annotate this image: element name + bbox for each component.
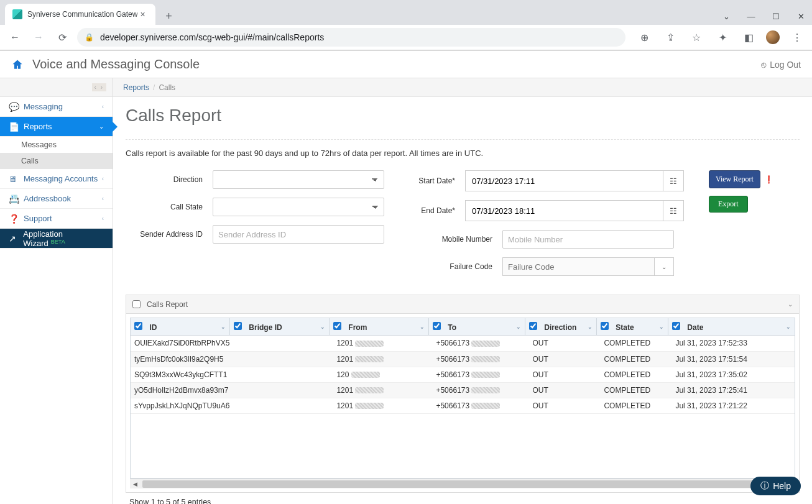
cell: +5066173 — [432, 398, 528, 413]
browser-tab[interactable]: Syniverse Communication Gatew × — [5, 4, 155, 25]
sort-icon[interactable]: ⌄ — [320, 324, 325, 330]
sidebar-item-reports[interactable]: 📄 Reports ⌄ — [0, 117, 113, 137]
browser-chrome: Syniverse Communication Gatew × + ⌄ — ☐ … — [0, 0, 812, 50]
chat-icon: 💬 — [9, 102, 20, 112]
scroll-thumb[interactable] — [142, 480, 783, 488]
col-state[interactable]: State⌄ — [597, 318, 668, 336]
book-icon: 📇 — [9, 194, 20, 204]
sidebar-item-messaging[interactable]: 💬 Messaging ‹ — [0, 97, 113, 117]
start-date-picker-icon[interactable]: ☷ — [663, 170, 684, 191]
col-checkbox[interactable] — [134, 322, 142, 330]
export-button[interactable]: Export — [709, 196, 748, 213]
help-icon: ❓ — [9, 214, 20, 224]
col-checkbox[interactable] — [672, 322, 680, 330]
table-viewport[interactable]: OUlEXakd7SiD0RtbRPhVX51201 +5066173 OUTC… — [130, 336, 795, 479]
sidebar-item-messaging-accounts[interactable]: 🖥 Messaging Accounts ‹ — [0, 169, 113, 189]
col-checkbox[interactable] — [433, 322, 441, 330]
cell: Jul 31, 2023 17:51:54 — [671, 351, 795, 367]
table-row[interactable]: OUlEXakd7SiD0RtbRPhVX51201 +5066173 OUTC… — [131, 336, 795, 351]
sidebar-item-label: Application WizardBETA — [23, 229, 104, 248]
close-window-icon[interactable]: ✕ — [792, 7, 810, 25]
col-direction[interactable]: Direction⌄ — [525, 318, 597, 336]
sort-icon[interactable]: ⌄ — [420, 324, 425, 330]
call-state-select[interactable] — [213, 198, 384, 216]
sort-icon[interactable]: ⌄ — [786, 324, 791, 330]
mobile-input[interactable] — [502, 230, 674, 249]
logout-icon: ⎋ — [761, 60, 766, 70]
sidebar-item-application-wizard[interactable]: ↗ Application WizardBETA — [0, 229, 113, 249]
cell: 120 — [333, 367, 432, 382]
col-id[interactable]: ID⌄ — [131, 318, 230, 336]
maximize-icon[interactable]: ☐ — [767, 7, 785, 25]
failure-code-select[interactable] — [502, 257, 654, 276]
direction-select[interactable] — [213, 170, 384, 189]
sort-icon[interactable]: ⌄ — [588, 324, 593, 330]
filters: Direction Call State Sender Address ID — [126, 170, 800, 276]
panel-checkbox[interactable] — [132, 300, 141, 308]
chevron-icon: ‹ — [102, 195, 104, 202]
reload-button[interactable]: ⟳ — [53, 29, 71, 46]
cell: sYvppJskLhXJqNQpTU9uA6 — [131, 398, 233, 413]
forward-button[interactable]: → — [30, 29, 47, 46]
kebab-menu-icon[interactable]: ⋮ — [788, 29, 806, 46]
col-checkbox[interactable] — [601, 322, 609, 330]
sidebar-history-arrows[interactable]: ‹ › — [92, 83, 106, 91]
cell: Jul 31, 2023 17:35:02 — [671, 367, 795, 382]
new-tab-button[interactable]: + — [160, 7, 178, 25]
end-date-picker-icon[interactable]: ☷ — [663, 200, 684, 221]
sender-id-input[interactable] — [213, 225, 384, 244]
sidebar-subitem-calls[interactable]: Calls — [0, 153, 113, 169]
table-row[interactable]: yO5dHoIlzH2dBmvx8a93m71201 +5066173 OUTC… — [131, 382, 795, 398]
cell: 1201 — [333, 351, 432, 367]
chevron-down-icon[interactable]: ⌄ — [717, 7, 735, 25]
sidepanel-icon[interactable]: ◧ — [740, 29, 757, 46]
end-date-input[interactable] — [465, 200, 663, 221]
col-checkbox[interactable] — [234, 322, 242, 330]
scroll-left-icon[interactable]: ◀ — [130, 479, 140, 489]
address-bar[interactable]: 🔒 developer.syniverse.com/scg-web-gui/#/… — [77, 28, 625, 47]
sidebar-item-addressbook[interactable]: 📇 Addressbook ‹ — [0, 189, 113, 209]
redacted — [471, 356, 500, 362]
table-row[interactable]: tyEmHsDfc0ok3lI9a2Q9H51201 +5066173 OUTC… — [131, 351, 795, 367]
main-content: Reports / Calls Calls Report Calls repor… — [113, 78, 812, 504]
cell: 1201 — [333, 398, 432, 413]
sort-icon[interactable]: ⌄ — [659, 324, 664, 330]
help-icon: ⓘ — [760, 480, 769, 492]
start-date-input[interactable] — [465, 170, 663, 191]
redacted — [355, 387, 384, 393]
view-report-button[interactable]: View Report — [709, 170, 760, 188]
panel-collapse-icon[interactable]: ⌄ — [788, 301, 793, 308]
back-button[interactable]: ← — [6, 29, 24, 46]
sort-icon[interactable]: ⌄ — [516, 324, 521, 330]
col-date[interactable]: Date⌄ — [668, 318, 795, 336]
redacted — [471, 372, 500, 378]
help-button[interactable]: ⓘ Help — [750, 477, 801, 495]
failure-code-caret-icon[interactable]: ⌄ — [654, 257, 674, 276]
profile-avatar[interactable] — [766, 30, 780, 44]
col-bridge-id[interactable]: Bridge ID⌄ — [230, 318, 330, 336]
redacted — [355, 341, 384, 347]
breadcrumb-root[interactable]: Reports — [123, 83, 149, 92]
close-tab-icon[interactable]: × — [137, 9, 147, 19]
logout-link[interactable]: ⎋ Log Out — [761, 60, 801, 70]
start-date-label: Start Date* — [409, 176, 465, 185]
doc-icon: 📄 — [9, 122, 20, 132]
table-hscroll[interactable]: ◀ ▶ — [130, 479, 795, 488]
col-checkbox[interactable] — [529, 322, 537, 330]
extensions-icon[interactable]: ✦ — [714, 29, 731, 46]
share-icon[interactable]: ⇪ — [662, 29, 679, 46]
bookmark-icon[interactable]: ☆ — [688, 29, 705, 46]
col-to[interactable]: To⌄ — [429, 318, 525, 336]
direction-label: Direction — [126, 175, 213, 184]
home-icon[interactable] — [11, 58, 24, 71]
sidebar-item-support[interactable]: ❓ Support ‹ — [0, 209, 113, 229]
sidebar-subitem-messages[interactable]: Messages — [0, 137, 113, 153]
minimize-icon[interactable]: — — [742, 7, 760, 25]
screen-icon: 🖥 — [9, 174, 20, 184]
table-row[interactable]: sYvppJskLhXJqNQpTU9uA61201 +5066173 OUTC… — [131, 398, 795, 413]
sort-icon[interactable]: ⌄ — [221, 324, 226, 330]
col-from[interactable]: From⌄ — [330, 318, 429, 336]
table-row[interactable]: SQ9t3M3xxWc43ykgCFTT1120 +5066173 OUTCOM… — [131, 367, 795, 382]
zoom-icon[interactable]: ⊕ — [635, 29, 653, 46]
col-checkbox[interactable] — [333, 322, 341, 330]
